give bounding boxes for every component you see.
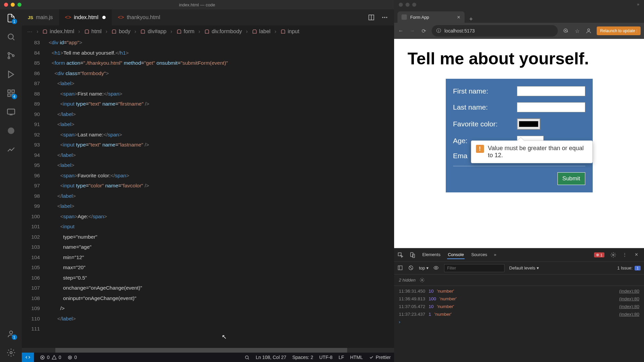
maximize-window-button[interactable] (17, 3, 21, 7)
browser-overflow-icon[interactable]: » (637, 2, 639, 7)
issues-button[interactable]: 1 Issue: 1 (617, 265, 641, 270)
devtools-settings-icon[interactable] (610, 252, 616, 258)
forward-button[interactable]: → (409, 27, 416, 34)
breadcrumb-item[interactable]: index.html (42, 28, 74, 35)
editor-tab-thankyou-html[interactable]: <>thankyou.html (112, 9, 166, 25)
log-source-link[interactable]: (index):80 (619, 296, 639, 301)
browser-minimize-button[interactable] (406, 3, 410, 7)
bookmark-icon[interactable]: ☆ (574, 27, 581, 34)
console-filter-input[interactable] (444, 264, 504, 272)
accounts-icon[interactable]: 1 (6, 329, 16, 339)
accounts-badge: 1 (12, 335, 17, 340)
devtools-tab-console[interactable]: Console (447, 251, 465, 259)
clear-console-icon[interactable] (408, 265, 414, 271)
breadcrumb-item[interactable]: form (176, 28, 195, 35)
breadcrumb-item[interactable]: html (84, 28, 102, 35)
devtools-menu-icon[interactable]: ⋮ (623, 252, 629, 258)
devtools-tab-sources[interactable]: Sources (471, 251, 488, 259)
device-toggle-icon[interactable] (410, 252, 416, 258)
statusbar: 0 0 0 Ln 108, Col 27 Spaces: 2 UTF-8 LF … (22, 353, 394, 362)
remote-button[interactable] (22, 353, 34, 362)
console-log-row[interactable]: 11:37:23.4371'number'(index):80 (394, 310, 644, 318)
settings-icon[interactable] (6, 348, 16, 357)
console-output[interactable]: 11:36:31.45010'number'(index):8011:36:49… (394, 286, 644, 362)
edge-tools-icon[interactable] (6, 126, 16, 135)
firstname-input[interactable] (517, 86, 585, 96)
site-info-icon[interactable]: ⓘ (436, 28, 441, 34)
log-levels-selector[interactable]: Default levels▾ (509, 265, 539, 270)
split-editor-icon[interactable] (368, 14, 375, 21)
horizontal-scrollbar[interactable] (22, 348, 394, 353)
console-log-row[interactable]: 11:36:31.45010'number'(index):80 (394, 287, 644, 295)
encoding-button[interactable]: UTF-8 (319, 355, 333, 360)
tab-favicon (401, 14, 407, 20)
explorer-icon[interactable]: 1 (6, 13, 16, 23)
toggle-sidebar-icon[interactable] (397, 265, 404, 271)
reload-button[interactable]: ⟳ (420, 27, 427, 34)
context-selector[interactable]: top▾ (419, 265, 429, 270)
language-button[interactable]: HTML (350, 355, 363, 360)
log-source-link[interactable]: (index):80 (619, 312, 639, 317)
live-expression-icon[interactable] (433, 265, 439, 271)
browser-window: » Form App ✕ + ← → ⟳ ⓘ localhost:5173 ☆ … (394, 0, 644, 362)
breadcrumb-item[interactable]: label (252, 28, 271, 35)
new-tab-button[interactable]: + (465, 16, 478, 23)
svg-point-13 (382, 17, 383, 18)
editor-tab-main-js[interactable]: JSmain.js (22, 9, 59, 25)
editor-tab-index-html[interactable]: <>index.html (59, 9, 112, 25)
devtools: ElementsConsoleSources » ⊗1 ⋮ ✕ top▾ Def… (394, 248, 644, 362)
hidden-messages-row[interactable]: 2 hidden (394, 275, 644, 286)
svg-point-25 (612, 254, 614, 255)
cursor-position[interactable]: Ln 108, Col 27 (256, 355, 286, 360)
eol-button[interactable]: LF (338, 355, 344, 360)
back-button[interactable]: ← (397, 27, 404, 34)
graph-icon[interactable] (6, 145, 16, 154)
breadcrumb-item[interactable]: div#app (140, 28, 166, 35)
browser-tab[interactable]: Form App ✕ (397, 11, 465, 23)
inspect-icon[interactable] (397, 252, 404, 258)
breadcrumb[interactable]: ⋯›index.html›html›body›div#app›form›div.… (22, 25, 394, 38)
console-log-row[interactable]: 11:37:05.47210'number'(index):80 (394, 303, 644, 310)
log-source-link[interactable]: (index):80 (619, 289, 639, 294)
close-devtools-icon[interactable]: ✕ (635, 252, 641, 258)
browser-maximize-button[interactable] (412, 3, 416, 7)
console-log-row[interactable]: 11:36:49.813100'number'(index):80 (394, 295, 644, 303)
problems-button[interactable]: 0 0 (40, 355, 61, 360)
code-lines[interactable]: <div id="app"> <h1>Tell me about yoursel… (49, 38, 394, 353)
devtools-tab-elements[interactable]: Elements (422, 251, 441, 259)
more-actions-icon[interactable] (381, 14, 388, 21)
more-tabs-icon[interactable]: » (494, 252, 500, 258)
address-bar[interactable]: ⓘ localhost:5173 (432, 25, 558, 37)
breadcrumb-item[interactable]: body (111, 28, 130, 35)
prettier-button[interactable]: Prettier (369, 355, 391, 360)
favcolor-input[interactable] (517, 118, 540, 130)
zoom-icon[interactable] (562, 27, 569, 34)
errors-badge[interactable]: ⊗1 (594, 252, 604, 257)
browser-close-button[interactable] (399, 3, 403, 7)
scrollbar-thumb[interactable] (55, 348, 347, 353)
svg-point-1 (8, 53, 9, 54)
lastname-input[interactable] (517, 102, 585, 112)
source-control-icon[interactable] (6, 51, 16, 60)
indent-button[interactable]: Spaces: 2 (292, 355, 313, 360)
remote-icon[interactable] (6, 107, 16, 117)
breadcrumb-item[interactable]: input (280, 28, 300, 35)
breadcrumb-item[interactable]: div.formbody (204, 28, 242, 35)
minimize-window-button[interactable] (11, 3, 15, 7)
profile-icon[interactable] (585, 27, 592, 34)
code-editor[interactable]: 8384858687888990919293949596979899100101… (22, 38, 394, 353)
form-row-lastname: Last name: (453, 102, 585, 112)
console-prompt[interactable]: › (394, 318, 644, 326)
log-source-link[interactable]: (index):80 (619, 304, 639, 309)
search-icon[interactable] (6, 32, 16, 42)
submit-button[interactable]: Submit (557, 172, 585, 185)
ports-button[interactable]: 0 (67, 355, 77, 360)
close-tab-icon[interactable]: ✕ (457, 15, 461, 20)
run-debug-icon[interactable] (6, 70, 16, 79)
zoom-button[interactable] (245, 355, 250, 360)
page-content: Tell me about yourself. First name: Last… (394, 39, 644, 248)
extensions-icon[interactable]: 4 (6, 88, 16, 98)
relaunch-button[interactable]: Relaunch to update : (597, 26, 641, 35)
close-window-button[interactable] (4, 3, 8, 7)
svg-point-17 (69, 357, 70, 358)
